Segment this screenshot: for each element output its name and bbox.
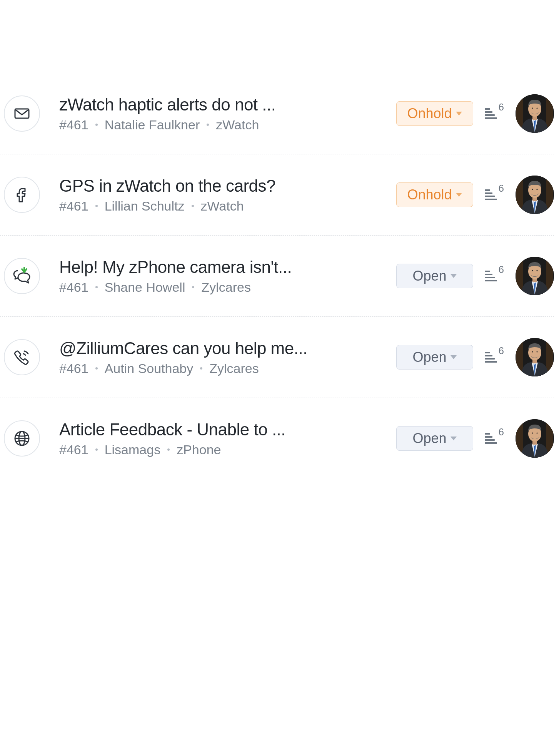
assignee-avatar[interactable] — [516, 94, 554, 133]
ticket-title[interactable]: Help! My zPhone camera isn't... — [59, 258, 381, 277]
priority-indicator: 6 — [485, 433, 504, 444]
priority-indicator: 6 — [485, 271, 504, 281]
meta-separator — [192, 286, 194, 288]
priority-bars-icon — [485, 433, 497, 444]
facebook-icon — [4, 177, 40, 213]
ticket-title[interactable]: Article Feedback - Unable to ... — [59, 420, 381, 439]
ticket-meta: #461 Lillian Schultz zWatch — [59, 199, 381, 214]
ticket-title[interactable]: GPS in zWatch on the cards? — [59, 176, 381, 196]
meta-separator — [200, 367, 202, 370]
ticket-requester: Autin Southaby — [105, 361, 194, 376]
status-label: Open — [412, 268, 446, 284]
ticket-title[interactable]: zWatch haptic alerts do not ... — [59, 95, 381, 114]
meta-separator — [95, 124, 98, 126]
priority-count: 6 — [499, 183, 504, 193]
priority-bars-icon — [485, 271, 497, 281]
meta-separator — [207, 124, 209, 126]
ticket-row[interactable]: Help! My zPhone camera isn't... #461 Sha… — [0, 236, 554, 317]
ticket-main: @ZilliumCares can you help me... #461 Au… — [59, 339, 381, 376]
ticket-row[interactable]: @ZilliumCares can you help me... #461 Au… — [0, 317, 554, 398]
caret-down-icon — [451, 274, 457, 278]
caret-down-icon — [451, 355, 457, 359]
ticket-main: Article Feedback - Unable to ... #461 Li… — [59, 420, 381, 457]
priority-bars-icon — [485, 108, 497, 119]
ticket-requester: Shane Howell — [105, 280, 185, 295]
ticket-row[interactable]: zWatch haptic alerts do not ... #461 Nat… — [0, 73, 554, 154]
assignee-avatar[interactable] — [516, 338, 554, 376]
meta-separator — [95, 367, 98, 370]
ticket-requester: Natalie Faulkner — [105, 117, 200, 132]
ticket-requester: Lisamags — [105, 442, 161, 457]
priority-indicator: 6 — [485, 352, 504, 363]
ticket-main: Help! My zPhone camera isn't... #461 Sha… — [59, 258, 381, 295]
status-dropdown[interactable]: Open — [396, 426, 473, 451]
caret-down-icon — [451, 437, 457, 440]
chat-icon — [4, 258, 40, 294]
status-dropdown[interactable]: Open — [396, 264, 473, 288]
ticket-meta: #461 Autin Southaby Zylcares — [59, 361, 381, 376]
phone-icon — [4, 339, 40, 375]
ticket-product: Zylcares — [209, 361, 259, 376]
priority-indicator: 6 — [485, 189, 504, 200]
ticket-meta: #461 Shane Howell Zylcares — [59, 280, 381, 295]
priority-count: 6 — [499, 264, 504, 274]
ticket-id: #461 — [59, 199, 88, 214]
meta-separator — [95, 448, 98, 451]
ticket-id: #461 — [59, 361, 88, 376]
status-label: Onhold — [407, 105, 452, 122]
ticket-product: Zylcares — [201, 280, 250, 295]
ticket-meta: #461 Lisamags zPhone — [59, 442, 381, 457]
ticket-id: #461 — [59, 280, 88, 295]
meta-separator — [95, 205, 98, 207]
priority-count: 6 — [499, 102, 504, 112]
email-icon — [4, 95, 40, 132]
ticket-list: zWatch haptic alerts do not ... #461 Nat… — [0, 0, 554, 479]
ticket-title[interactable]: @ZilliumCares can you help me... — [59, 339, 381, 358]
web-icon — [4, 420, 40, 457]
caret-down-icon — [456, 112, 462, 115]
priority-count: 6 — [499, 346, 504, 356]
meta-separator — [192, 205, 194, 207]
status-dropdown[interactable]: Open — [396, 345, 473, 370]
status-dropdown[interactable]: Onhold — [396, 182, 473, 207]
ticket-requester: Lillian Schultz — [105, 199, 185, 214]
ticket-row[interactable]: Article Feedback - Unable to ... #461 Li… — [0, 398, 554, 479]
ticket-product: zWatch — [201, 199, 244, 214]
meta-separator — [167, 448, 170, 451]
status-label: Onhold — [407, 187, 452, 203]
ticket-product: zWatch — [216, 117, 259, 132]
ticket-product: zPhone — [177, 442, 221, 457]
assignee-avatar[interactable] — [516, 257, 554, 295]
ticket-main: GPS in zWatch on the cards? #461 Lillian… — [59, 176, 381, 214]
status-dropdown[interactable]: Onhold — [396, 101, 473, 126]
ticket-main: zWatch haptic alerts do not ... #461 Nat… — [59, 95, 381, 132]
ticket-meta: #461 Natalie Faulkner zWatch — [59, 117, 381, 132]
status-label: Open — [412, 430, 446, 447]
assignee-avatar[interactable] — [516, 419, 554, 458]
priority-count: 6 — [499, 427, 504, 437]
status-label: Open — [412, 349, 446, 365]
assignee-avatar[interactable] — [516, 176, 554, 214]
ticket-id: #461 — [59, 117, 88, 132]
ticket-id: #461 — [59, 442, 88, 457]
priority-bars-icon — [485, 352, 497, 363]
priority-indicator: 6 — [485, 108, 504, 119]
priority-bars-icon — [485, 189, 497, 200]
meta-separator — [95, 286, 98, 288]
ticket-row[interactable]: GPS in zWatch on the cards? #461 Lillian… — [0, 154, 554, 236]
caret-down-icon — [456, 193, 462, 197]
